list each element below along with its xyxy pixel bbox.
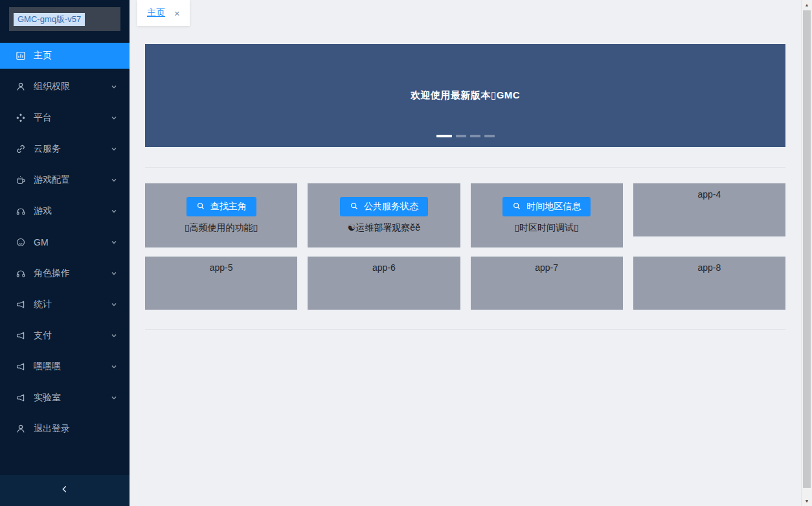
sidebar-item-label: 云服务 bbox=[34, 143, 110, 155]
carousel-dots bbox=[436, 135, 495, 137]
scrollbar-thumb[interactable] bbox=[803, 10, 811, 488]
card-title: app-7 bbox=[471, 262, 623, 273]
sidebar-item-label: 支付 bbox=[34, 330, 110, 341]
sidebar-item-platform[interactable]: 平台 bbox=[0, 105, 130, 131]
search-icon bbox=[512, 201, 521, 213]
user-icon bbox=[16, 82, 26, 92]
dashboard-icon bbox=[16, 51, 26, 61]
app-card-action-3[interactable]: 时间地区信息 ▯时区时间调试▯ bbox=[471, 183, 623, 247]
headset-icon bbox=[16, 206, 26, 216]
app-card-app-4[interactable]: app-4 bbox=[633, 183, 785, 236]
chevron-down-icon bbox=[110, 83, 118, 91]
card-button-label: 查找主角 bbox=[210, 201, 247, 213]
app-card-action-1[interactable]: 查找主角 ▯高频使用的功能▯ bbox=[145, 183, 297, 247]
sidebar-item-game-config[interactable]: 游戏配置 bbox=[0, 167, 130, 193]
sidebar-item-laboratory[interactable]: 实验室 bbox=[0, 385, 130, 411]
headset-icon bbox=[16, 268, 26, 279]
app-card-grid: 查找主角 ▯高频使用的功能▯ 公共服务状态 ☯运维部署观察ĕĕ 时间地区信息 ▯… bbox=[145, 183, 785, 310]
app-card-app-7[interactable]: app-7 bbox=[471, 257, 623, 310]
card-subtitle: ▯高频使用的功能▯ bbox=[145, 222, 297, 234]
card-title: app-6 bbox=[308, 262, 460, 273]
sidebar-item-label: 游戏配置 bbox=[34, 174, 110, 186]
card-action-button-3[interactable]: 时间地区信息 bbox=[502, 197, 591, 216]
sidebar-item-label: 平台 bbox=[34, 112, 110, 124]
card-action-button-1[interactable]: 查找主角 bbox=[186, 197, 256, 216]
appstore-icon bbox=[16, 113, 26, 123]
logo-box: GMC-gmq版-v57 bbox=[9, 7, 120, 31]
app-card-app-8[interactable]: app-8 bbox=[633, 257, 785, 310]
sidebar-item-label: 主页 bbox=[34, 50, 118, 62]
scroll-down-icon[interactable]: ▼ bbox=[802, 496, 812, 506]
chevron-down-icon bbox=[110, 301, 118, 308]
card-subtitle: ▯时区时间调试▯ bbox=[471, 222, 623, 234]
divider bbox=[145, 329, 785, 330]
sidebar: GMC-gmq版-v57 主页 组织权限 平台 云服务 游戏配置 游戏 bbox=[0, 0, 130, 506]
tab-home[interactable]: 主页 × bbox=[137, 0, 190, 26]
search-icon bbox=[350, 201, 359, 213]
sidebar-item-label: 统计 bbox=[34, 299, 110, 310]
chevron-down-icon bbox=[110, 238, 118, 246]
sidebar-collapse-button[interactable] bbox=[0, 475, 130, 506]
sidebar-item-label: 嘿嘿嘿 bbox=[34, 361, 110, 373]
megaphone-icon bbox=[16, 330, 26, 341]
megaphone-icon bbox=[16, 362, 26, 372]
sidebar-item-label: 实验室 bbox=[34, 392, 110, 404]
carousel-dot-1[interactable] bbox=[436, 135, 452, 137]
chevron-down-icon bbox=[110, 176, 118, 184]
chevron-down-icon bbox=[110, 270, 118, 277]
logo-text: GMC-gmq版-v57 bbox=[14, 13, 85, 26]
link-icon bbox=[16, 144, 26, 154]
carousel-dot-4[interactable] bbox=[484, 135, 495, 137]
carousel-dot-3[interactable] bbox=[470, 135, 480, 137]
close-icon[interactable]: × bbox=[174, 8, 180, 18]
card-title: app-5 bbox=[145, 262, 297, 273]
app-card-app-5[interactable]: app-5 bbox=[145, 257, 297, 310]
megaphone-icon bbox=[16, 299, 26, 310]
sidebar-item-label: 退出登录 bbox=[34, 423, 118, 435]
sidebar-item-org-permissions[interactable]: 组织权限 bbox=[0, 74, 130, 100]
sidebar-item-game[interactable]: 游戏 bbox=[0, 198, 130, 224]
sidebar-item-role-ops[interactable]: 角色操作 bbox=[0, 260, 130, 286]
chevron-left-icon bbox=[60, 485, 69, 496]
chevron-down-icon bbox=[110, 394, 118, 402]
card-subtitle: ☯运维部署观察ĕĕ bbox=[308, 222, 460, 234]
card-button-label: 时间地区信息 bbox=[526, 201, 581, 213]
tab-bar: 主页 × bbox=[130, 0, 801, 26]
sidebar-item-statistics[interactable]: 统计 bbox=[0, 292, 130, 317]
tab-home-label[interactable]: 主页 bbox=[147, 7, 165, 19]
sidebar-item-home[interactable]: 主页 bbox=[0, 43, 130, 69]
megaphone-icon bbox=[16, 393, 26, 403]
card-title: app-8 bbox=[633, 262, 785, 273]
card-action-button-2[interactable]: 公共服务状态 bbox=[340, 197, 428, 216]
sidebar-item-label: GM bbox=[34, 237, 110, 247]
app-window: GMC-gmq版-v57 主页 组织权限 平台 云服务 游戏配置 游戏 bbox=[0, 0, 812, 506]
chevron-down-icon bbox=[110, 145, 118, 153]
search-icon bbox=[196, 201, 205, 213]
card-button-label: 公共服务状态 bbox=[364, 201, 418, 213]
sidebar-menu: 主页 组织权限 平台 云服务 游戏配置 游戏 GM bbox=[0, 43, 130, 442]
welcome-message: 欢迎使用最新版本▯GMC bbox=[411, 89, 520, 102]
app-card-action-2[interactable]: 公共服务状态 ☯运维部署观察ĕĕ bbox=[308, 183, 460, 247]
main-area: 主页 × 欢迎使用最新版本▯GMC 查找主角 ▯高频使用的功能▯ 公共服务状态 bbox=[130, 0, 801, 506]
sidebar-item-heiheihei[interactable]: 嘿嘿嘿 bbox=[0, 354, 130, 380]
content-area: 欢迎使用最新版本▯GMC 查找主角 ▯高频使用的功能▯ 公共服务状态 ☯运维部署… bbox=[130, 26, 801, 506]
user-icon bbox=[16, 424, 26, 434]
sidebar-item-label: 组织权限 bbox=[34, 81, 110, 93]
sidebar-item-payment[interactable]: 支付 bbox=[0, 323, 130, 349]
carousel-dot-2[interactable] bbox=[456, 135, 466, 137]
sidebar-item-cloud-services[interactable]: 云服务 bbox=[0, 136, 130, 162]
app-card-app-6[interactable]: app-6 bbox=[308, 257, 460, 310]
scroll-up-icon[interactable]: ▲ bbox=[802, 0, 812, 10]
welcome-carousel: 欢迎使用最新版本▯GMC bbox=[145, 44, 785, 147]
sidebar-item-gm[interactable]: GM bbox=[0, 229, 130, 255]
sidebar-item-label: 角色操作 bbox=[34, 268, 110, 279]
vertical-scrollbar[interactable]: ▲ ▼ bbox=[801, 0, 812, 506]
chevron-down-icon bbox=[110, 114, 118, 122]
card-title: app-4 bbox=[633, 189, 785, 200]
chevron-down-icon bbox=[110, 332, 118, 339]
sidebar-item-logout[interactable]: 退出登录 bbox=[0, 416, 130, 442]
smile-icon bbox=[16, 237, 26, 247]
chevron-down-icon bbox=[110, 207, 118, 215]
divider bbox=[145, 167, 785, 168]
sidebar-item-label: 游戏 bbox=[34, 205, 110, 217]
